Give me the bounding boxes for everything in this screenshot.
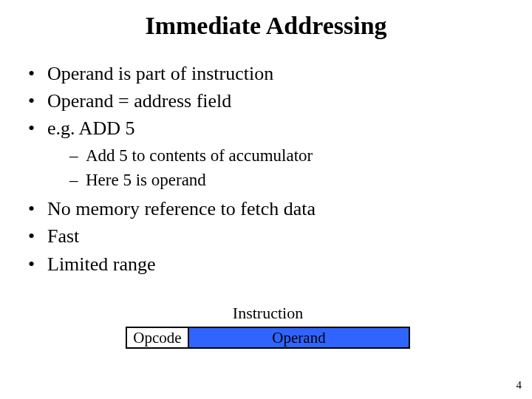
- bullet-text: Operand is part of instruction: [47, 63, 273, 84]
- bullet-text: Limited range: [47, 253, 156, 275]
- bullet-text: No memory reference to fetch data: [47, 198, 316, 219]
- diagram-label: Instruction: [126, 304, 410, 323]
- bullet-text: Add 5 to contents of accumulator: [86, 146, 313, 165]
- operand-box: Operand: [189, 328, 409, 347]
- list-item: No memory reference to fetch data: [22, 196, 510, 222]
- bullet-text: Here 5 is operand: [86, 171, 206, 189]
- list-item: Operand = address field: [22, 88, 510, 114]
- bullet-text: e.g. ADD 5: [47, 117, 134, 139]
- opcode-box: Opcode: [127, 328, 189, 347]
- slide-title: Immediate Addressing: [0, 0, 532, 40]
- sub-bullet-list: Add 5 to contents of accumulator Here 5 …: [47, 144, 510, 191]
- slide: Immediate Addressing Operand is part of …: [0, 0, 532, 399]
- list-item: Limited range: [22, 251, 510, 277]
- list-item: Here 5 is operand: [69, 168, 510, 191]
- page-number: 4: [516, 379, 522, 392]
- list-item: Add 5 to contents of accumulator: [69, 144, 510, 167]
- list-item: Fast: [22, 223, 510, 249]
- bullet-text: Operand = address field: [47, 90, 231, 112]
- list-item: e.g. ADD 5 Add 5 to contents of accumula…: [22, 115, 510, 191]
- list-item: Operand is part of instruction: [22, 61, 510, 86]
- diagram-boxes: Opcode Operand: [126, 327, 410, 349]
- bullet-text: Fast: [47, 225, 79, 247]
- bullet-list: Operand is part of instruction Operand =…: [0, 61, 532, 277]
